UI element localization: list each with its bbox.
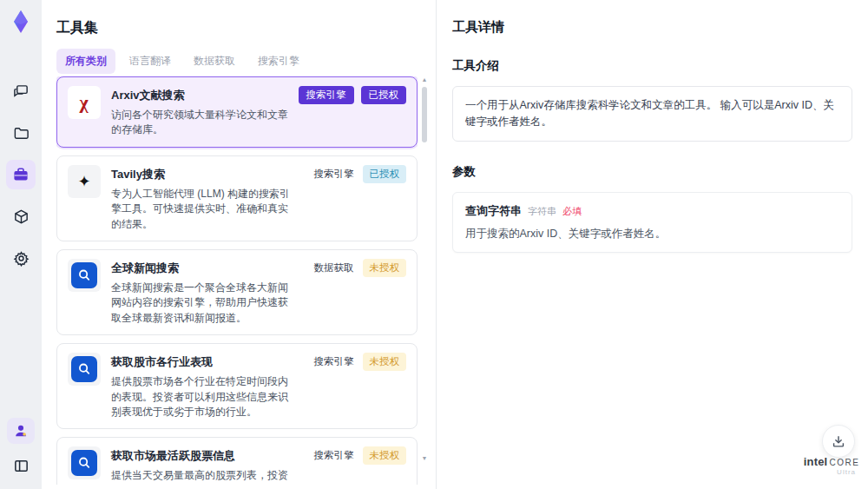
intro-heading: 工具介绍	[452, 58, 852, 74]
category-badge: 搜索引擎	[312, 446, 356, 465]
tab-language-translation[interactable]: 语言翻译	[121, 49, 180, 74]
list-scrollbar[interactable]: ▲ ▼	[420, 76, 429, 474]
param-type: 字符串	[528, 205, 556, 218]
blue-search-logo-icon	[68, 446, 101, 479]
tab-all-categories[interactable]: 所有类别	[56, 49, 115, 74]
gear-icon	[13, 250, 30, 267]
scroll-down-icon[interactable]: ▼	[421, 455, 428, 462]
sidebar-item-files[interactable]	[6, 118, 36, 148]
tool-description: 提供当天交易量最高的股票列表，投资者可以利用这些信息来识别流动性强的股票和潜在的…	[111, 468, 295, 485]
download-icon	[831, 433, 846, 449]
param-description: 用于搜索的Arxiv ID、关键字或作者姓名。	[465, 227, 839, 241]
page-title: 工具集	[56, 19, 98, 37]
tool-card-stock-sector[interactable]: 获取股市各行业表现 提供股票市场各个行业在特定时间段内的表现。投资者可以利用这些…	[56, 343, 418, 429]
status-badge: 已授权	[361, 86, 407, 104]
tavily-star-logo-icon: ✦	[68, 165, 101, 198]
category-tabs: 所有类别 语言翻译 数据获取 搜索引擎	[56, 49, 308, 74]
tool-name: 获取市场最活跃股票信息	[111, 448, 295, 464]
sidebar-item-settings[interactable]	[6, 243, 36, 273]
rail-nav	[6, 76, 36, 273]
panel-layout-icon	[13, 458, 30, 474]
tab-data-acquisition[interactable]: 数据获取	[185, 49, 244, 74]
tool-description: 全球新闻搜索是一个聚合全球各大新闻网站内容的搜索引擎，帮助用户快速获取全球最新资…	[111, 281, 295, 326]
tool-name: 全球新闻搜索	[111, 261, 295, 276]
category-badge: 数据获取	[312, 259, 356, 277]
category-badge: 搜索引擎	[312, 165, 356, 183]
tool-list: χ Arxiv文献搜索 访问各个研究领域大量科学论文和文章的存储库。 搜索引擎 …	[56, 76, 418, 485]
category-badge: 搜索引擎	[312, 353, 356, 371]
tool-name: 获取股市各行业表现	[111, 354, 295, 370]
app-logo[interactable]	[8, 9, 34, 35]
download-button[interactable]	[822, 425, 855, 458]
rail-bottom	[0, 418, 42, 480]
tool-description: 专为人工智能代理 (LLM) 构建的搜索引擎工具。可快速提供实时、准确和真实的结…	[111, 187, 295, 232]
status-badge: 已授权	[363, 165, 407, 183]
folder-icon	[13, 125, 30, 142]
brand-intel-text: intel	[804, 455, 828, 468]
cube-icon	[13, 208, 30, 225]
category-badge: 搜索引擎	[299, 86, 354, 104]
briefcase-icon	[12, 166, 30, 183]
scroll-up-icon[interactable]: ▲	[421, 76, 428, 83]
status-badge: 未授权	[363, 353, 407, 371]
brand-core-text: CORE	[829, 458, 859, 467]
sidebar-item-tools[interactable]	[6, 160, 36, 189]
brand-tier-text: Ultra	[806, 468, 858, 476]
tool-card-global-news[interactable]: 全球新闻搜索 全球新闻搜索是一个聚合全球各大新闻网站内容的搜索引擎，帮助用户快速…	[56, 249, 418, 335]
tool-card-active-stocks[interactable]: 获取市场最活跃股票信息 提供当天交易量最高的股票列表，投资者可以利用这些信息来识…	[56, 437, 418, 485]
sidebar-item-user[interactable]	[7, 418, 35, 444]
intel-core-logo: intel CORE Ultra	[806, 455, 858, 476]
param-name: 查询字符串	[465, 203, 522, 219]
status-badge: 未授权	[363, 259, 407, 277]
intro-text-box: 一个用于从Arxiv存储库搜索科学论文和文章的工具。 输入可以是Arxiv ID…	[452, 86, 852, 142]
tool-name: Tavily搜索	[111, 167, 295, 182]
user-icon	[13, 423, 29, 439]
tool-card-arxiv[interactable]: χ Arxiv文献搜索 访问各个研究领域大量科学论文和文章的存储库。 搜索引擎 …	[56, 76, 418, 148]
chat-icon	[13, 83, 30, 100]
blue-search-logo-icon	[68, 259, 101, 292]
tab-search-engine[interactable]: 搜索引擎	[249, 49, 308, 74]
tool-description: 访问各个研究领域大量科学论文和文章的存储库。	[111, 108, 295, 138]
scrollbar-thumb[interactable]	[422, 87, 427, 142]
sidebar-item-collapse[interactable]	[6, 451, 36, 480]
status-badge: 未授权	[363, 446, 407, 465]
diamond-logo-icon	[9, 10, 33, 34]
toolset-panel: 工具集 所有类别 语言翻译 数据获取 搜索引擎 χ Arxiv文献搜索 访问各个…	[42, 0, 436, 489]
param-required-badge: 必填	[562, 205, 582, 218]
blue-search-logo-icon	[68, 353, 101, 386]
sidebar-item-chat[interactable]	[6, 76, 36, 106]
left-rail	[0, 0, 42, 489]
param-card: 查询字符串 字符串 必填 用于搜索的Arxiv ID、关键字或作者姓名。	[452, 192, 852, 253]
tool-details-panel: 工具详情 工具介绍 一个用于从Arxiv存储库搜索科学论文和文章的工具。 输入可…	[436, 0, 868, 489]
sidebar-item-plugins[interactable]	[6, 202, 36, 231]
details-title: 工具详情	[452, 19, 852, 36]
params-heading: 参数	[452, 164, 852, 180]
arxiv-logo-icon: χ	[68, 86, 101, 119]
tool-card-tavily[interactable]: ✦ Tavily搜索 专为人工智能代理 (LLM) 构建的搜索引擎工具。可快速提…	[56, 155, 418, 241]
tool-name: Arxiv文献搜索	[111, 88, 295, 103]
tool-description: 提供股票市场各个行业在特定时间段内的表现。投资者可以利用这些信息来识别表现优于或…	[111, 374, 295, 420]
